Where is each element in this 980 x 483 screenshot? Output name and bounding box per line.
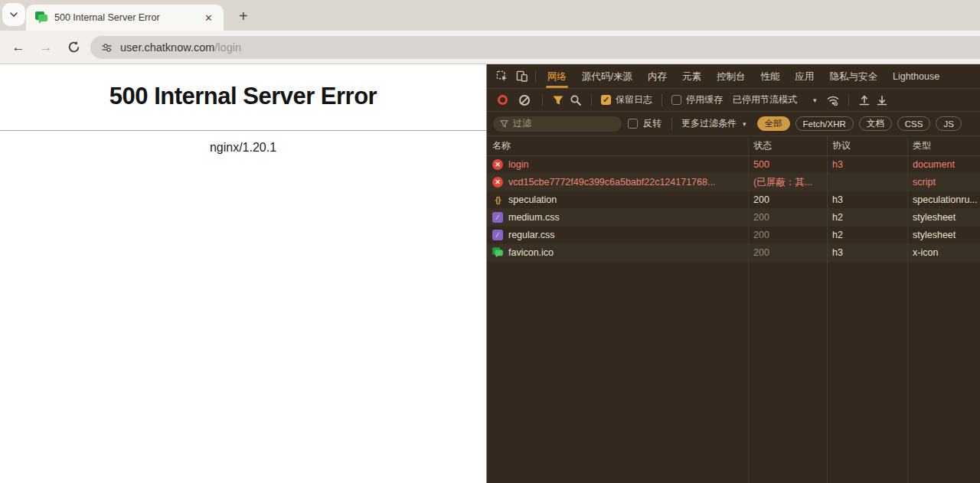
site-favicon-icon [492, 247, 503, 258]
more-filters-chevron-icon[interactable]: ▾ [743, 120, 746, 128]
tab-list-chevron-button[interactable] [2, 3, 25, 26]
error-page: 500 Internal Server Error nginx/1.20.1 [0, 64, 487, 483]
filter-chip-5[interactable]: JS [936, 116, 961, 131]
devtools-tab-3[interactable]: 内存 [640, 64, 675, 89]
column-divider[interactable] [907, 136, 908, 483]
tab-title: 500 Internal Server Error [54, 12, 194, 23]
filter-chip-4[interactable]: CSS [897, 116, 931, 131]
devtools-tab-4[interactable]: 元素 [675, 64, 709, 89]
column-header-name[interactable]: 名称 [487, 139, 748, 152]
network-request-table: 名称 状态 协议 类型 ✕login500h3document✕vcd15cbe… [487, 136, 980, 483]
back-button[interactable]: ← [8, 37, 29, 58]
browser-window: 500 Internal Server Error ✕ + ← → user.c… [0, 0, 980, 483]
request-name[interactable]: {}speculation [487, 194, 748, 205]
url-host: user.chatknow.com [120, 41, 214, 54]
import-har-icon[interactable] [858, 94, 871, 106]
request-name-text: login [508, 159, 528, 170]
divider [671, 118, 672, 130]
request-status: 200 [748, 212, 827, 223]
error-heading: 500 Internal Server Error [0, 64, 486, 110]
filter-input[interactable]: 过滤 [493, 116, 622, 132]
url-text: user.chatknow.com/login [120, 41, 241, 54]
request-name[interactable]: ✕vcd15cbe7772f49c399c6a5babf22c124171768… [487, 177, 748, 188]
devtools-tab-5[interactable]: 控制台 [709, 64, 753, 89]
preserve-log-label[interactable]: 保留日志 [616, 93, 652, 106]
stylesheet-file-icon: ∕ [492, 212, 503, 223]
request-name[interactable]: ∕regular.css [487, 230, 748, 240]
request-name-text: medium.css [508, 212, 560, 223]
disable-cache-label[interactable]: 停用缓存 [686, 93, 723, 106]
invert-filter-checkbox[interactable] [628, 119, 638, 129]
request-protocol: h3 [827, 159, 907, 170]
filter-placeholder: 过滤 [513, 117, 531, 130]
horizontal-rule [0, 130, 486, 131]
request-type: x-icon [907, 247, 980, 258]
network-request-row[interactable]: ✕login500h3document [487, 156, 980, 174]
preserve-log-checkbox[interactable]: ✓ [601, 95, 611, 105]
request-name[interactable]: ∕medium.css [487, 212, 748, 223]
network-request-row[interactable]: ✕vcd15cbe7772f49c399c6a5babf22c124171768… [487, 174, 980, 191]
throttling-chevron-icon[interactable]: ▾ [813, 96, 817, 104]
network-request-row[interactable]: ∕regular.css200h2stylesheet [487, 227, 980, 244]
request-failed-icon: ✕ [492, 159, 503, 170]
column-header-protocol[interactable]: 协议 [827, 139, 907, 152]
devtools-tab-1[interactable]: 网络 [540, 64, 574, 89]
export-har-icon[interactable] [876, 94, 888, 106]
request-name[interactable]: favicon.ico [487, 247, 748, 258]
request-protocol: h3 [827, 247, 907, 258]
new-tab-button[interactable]: + [234, 6, 253, 26]
search-icon[interactable] [570, 94, 582, 106]
filter-icon[interactable] [552, 94, 564, 106]
clear-network-log-icon[interactable] [519, 95, 530, 106]
request-name-text: favicon.ico [508, 247, 554, 258]
script-file-icon: {} [492, 194, 503, 205]
devtools-tab-6[interactable]: 性能 [753, 64, 787, 89]
network-request-row[interactable]: ∕medium.css200h2stylesheet [487, 209, 980, 227]
device-toolbar-icon[interactable] [511, 67, 531, 86]
filter-chip-3[interactable]: 文档 [859, 116, 892, 131]
devtools-tab-8[interactable]: 隐私与安全 [822, 64, 885, 89]
browser-toolbar: ← → user.chatknow.com/login [0, 31, 980, 64]
chatknow-favicon-icon [35, 11, 47, 24]
tab-strip: 500 Internal Server Error ✕ + [0, 0, 980, 31]
server-version: nginx/1.20.1 [0, 141, 486, 155]
column-header-type[interactable]: 类型 [907, 139, 980, 152]
filter-chip-1[interactable]: 全部 [757, 116, 790, 131]
inspect-element-icon[interactable] [492, 67, 511, 86]
request-type: speculationru... [907, 194, 980, 205]
site-info-icon[interactable] [101, 42, 113, 54]
column-divider[interactable] [748, 136, 749, 483]
throttling-select[interactable]: 已停用节流模式 [733, 93, 797, 106]
browser-tab[interactable]: 500 Internal Server Error ✕ [26, 5, 224, 31]
tab-close-icon[interactable]: ✕ [201, 12, 216, 24]
content-area: 500 Internal Server Error nginx/1.20.1 网… [0, 64, 980, 483]
divider [662, 94, 662, 106]
devtools-tab-9[interactable]: Lighthouse [885, 64, 947, 89]
request-failed-icon: ✕ [492, 177, 503, 188]
network-toolbar: ✓ 保留日志 停用缓存 已停用节流模式 ▾ [487, 89, 980, 112]
filter-chip-2[interactable]: Fetch/XHR [795, 116, 854, 131]
network-conditions-icon[interactable] [827, 94, 839, 106]
record-network-log-icon[interactable] [498, 95, 508, 105]
request-status: 200 [748, 194, 827, 205]
network-request-row[interactable]: {}speculation200h3speculationru... [487, 191, 980, 209]
invert-filter-label[interactable]: 反转 [643, 117, 662, 130]
reload-button[interactable] [63, 37, 84, 58]
reload-icon [67, 41, 80, 54]
devtools-tab-2[interactable]: 源代码/来源 [574, 64, 640, 89]
disable-cache-checkbox[interactable] [671, 95, 681, 105]
address-bar[interactable]: user.chatknow.com/login [90, 36, 980, 59]
request-protocol: h2 [827, 230, 907, 240]
devtools-tab-7[interactable]: 应用 [787, 64, 822, 89]
column-header-status[interactable]: 状态 [748, 139, 827, 152]
request-protocol: h3 [827, 194, 907, 205]
network-request-row[interactable]: favicon.ico200h3x-icon [487, 244, 980, 262]
stylesheet-file-icon: ∕ [492, 230, 503, 240]
request-name[interactable]: ✕login [487, 159, 748, 170]
devtools-panel: 网络源代码/来源内存元素控制台性能应用隐私与安全Lighthouse ✓ 保留日… [487, 64, 980, 483]
more-filters-button[interactable]: 更多过滤条件 [681, 117, 737, 130]
column-divider[interactable] [827, 136, 828, 483]
chevron-down-icon [9, 10, 18, 19]
request-type: stylesheet [907, 230, 980, 240]
divider [591, 94, 592, 106]
